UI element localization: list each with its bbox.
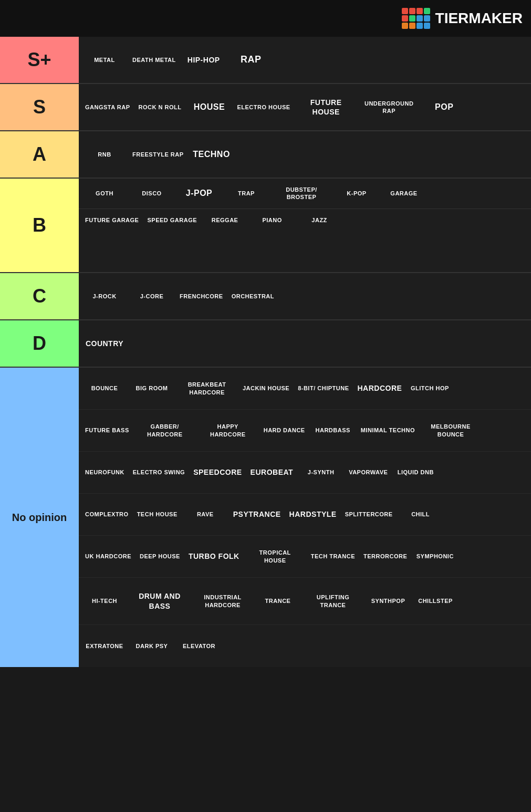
genre-tropical-house: TROPICAL HOUSE [244, 546, 307, 567]
genre-vaporwave: VAPORWAVE [345, 465, 392, 479]
genre-elevator: ELEVATOR [175, 639, 223, 653]
genre-eurobeat: EUROBEAT [246, 464, 298, 480]
genre-chill: CHILL [397, 507, 444, 521]
genre-drum-and-bass: DRUM AND BASS [128, 588, 191, 613]
logo-text: TiERMAKER [435, 10, 523, 27]
genre-trance: TRANCE [254, 594, 301, 608]
genre-terrorcore: TERRORCORE [359, 549, 411, 563]
genre-house: HOUSE [185, 99, 233, 116]
tier-row-s: S GANGSTA RAP ROCK N ROLL HOUSE ELECTRO … [0, 84, 531, 131]
genre-rap: RAP [227, 50, 275, 69]
tier-row-d: D COUNTRY [0, 320, 531, 368]
logo-cell-1 [402, 8, 408, 14]
genre-extratone: EXTRATONE [81, 639, 128, 653]
genre-hardbass: HARDBASS [309, 423, 357, 437]
tier-label-s: S [0, 84, 79, 130]
genre-industrial-hardcore: INDUSTRIAL HARDCORE [191, 590, 254, 612]
logo-grid-icon [402, 8, 430, 29]
no-opinion-row-7: EXTRATONE DARK PSY ELEVATOR [79, 625, 531, 667]
tier-row-b: B GOTH DISCO J-POP TRAP DUBSTEP/ BROSTEP… [0, 179, 531, 273]
genre-gangsta-rap: GANGSTA RAP [81, 100, 134, 114]
genre-electro-house: ELECTRO HOUSE [233, 100, 294, 114]
genre-glitch-hop: GLITCH HOP [406, 381, 453, 395]
genre-uplifting-trance: UPLIFTING TRANCE [301, 590, 365, 612]
tier-b-row2: FUTURE GARAGE SPEED GARAGE REGGAE PIANO … [79, 209, 531, 231]
logo-cell-2 [409, 8, 415, 14]
genre-hi-tech: HI-TECH [81, 594, 128, 608]
genre-hardcore: HARDCORE [353, 380, 406, 396]
genre-kpop: K-POP [333, 186, 380, 200]
tiermaker-logo: TiERMAKER [402, 8, 523, 29]
tier-label-b: B [0, 179, 79, 272]
tier-label-d: D [0, 320, 79, 367]
genre-jcore: J-CORE [128, 289, 175, 303]
genre-pop: POP [421, 99, 468, 116]
logo-cell-8 [424, 15, 430, 22]
genre-complextro: COMPLEXTRO [81, 507, 133, 521]
genre-jackin-house: JACKIN HOUSE [238, 381, 294, 395]
genre-bounce: BOUNCE [81, 381, 128, 395]
genre-melbourne-bounce: MELBOURNE BOUNCE [419, 420, 482, 441]
genre-country: COUNTRY [81, 336, 128, 351]
genre-rave: RAVE [182, 507, 229, 521]
logo-cell-6 [409, 15, 415, 22]
genre-jrock: J-ROCK [81, 289, 128, 303]
genre-big-room: BIG ROOM [128, 381, 175, 395]
genre-frenchcore: FRENCHCORE [175, 289, 227, 303]
genre-jpop: J-POP [175, 185, 223, 202]
no-opinion-row-1: BOUNCE BIG ROOM BREAKBEAT HARDCORE JACKI… [79, 368, 531, 410]
genre-rnb: RNB [81, 148, 128, 161]
genre-8bit-chiptune: 8-BIT/ CHIPTUNE [294, 381, 353, 395]
genre-liquid-dnb: LIQUID DNB [392, 465, 439, 479]
no-opinion-row-3: NEUROFUNK ELECTRO SWING SPEEDCORE EUROBE… [79, 452, 531, 494]
tier-label-splus: S+ [0, 37, 79, 83]
logo-cell-7 [417, 15, 423, 22]
genre-metal: METAL [81, 53, 128, 67]
genre-death-metal: DEATH METAL [128, 53, 180, 67]
no-opinion-row-5: UK HARDCORE DEEP HOUSE TURBO FOLK TROPIC… [79, 536, 531, 578]
genre-goth: GOTH [81, 186, 128, 200]
genre-deep-house: DEEP HOUSE [136, 549, 184, 563]
logo-cell-9 [402, 23, 408, 29]
tier-row-no-opinion: No opinion BOUNCE BIG ROOM BREAKBEAT HAR… [0, 368, 531, 667]
no-opinion-row-4: COMPLEXTRO TECH HOUSE RAVE PSYTRANCE HAR… [79, 494, 531, 536]
tier-label-a: A [0, 131, 79, 178]
genre-future-garage: FUTURE GARAGE [81, 213, 143, 227]
tier-row-c: C J-ROCK J-CORE FRENCHCORE ORCHESTRAL [0, 273, 531, 320]
genre-underground-rap: UNDERGROUND RAP [358, 97, 421, 118]
genre-splittercore: SPLITTERCORE [341, 507, 397, 521]
genre-techno: TECHNO [188, 146, 235, 163]
logo-cell-11 [417, 23, 423, 29]
no-opinion-row-6: HI-TECH DRUM AND BASS INDUSTRIAL HARDCOR… [79, 578, 531, 625]
genre-chillstep: CHILLSTEP [412, 594, 459, 608]
genre-tech-trance: TECH TRANCE [307, 549, 359, 563]
tier-content-c: J-ROCK J-CORE FRENCHCORE ORCHESTRAL [79, 273, 531, 319]
genre-electro-swing: ELECTRO SWING [129, 465, 189, 479]
tier-label-no-opinion: No opinion [0, 368, 79, 667]
genre-hiphop: HIP-HOP [180, 52, 227, 68]
genre-freestyle-rap: FREESTYLE RAP [128, 148, 188, 161]
tier-content-no-opinion: BOUNCE BIG ROOM BREAKBEAT HARDCORE JACKI… [79, 368, 531, 667]
genre-speed-garage: SPEED GARAGE [143, 213, 201, 227]
logo-cell-5 [402, 15, 408, 22]
genre-happy-hardcore: HAPPY HARDCORE [196, 420, 259, 441]
genre-psytrance: PSYTRANCE [229, 506, 285, 522]
genre-dubstep: DUBSTEP/ BROSTEP [270, 183, 333, 204]
logo-cell-4 [424, 8, 430, 14]
tier-row-a: A RNB FREESTYLE RAP TECHNO [0, 131, 531, 179]
genre-symphonic: SYMPHONIC [411, 549, 459, 563]
genre-gabber-hardcore: GABBER/ HARDCORE [133, 420, 196, 441]
tier-content-d: COUNTRY [79, 320, 531, 367]
genre-uk-hardcore: UK HARDCORE [81, 549, 136, 563]
genre-disco: DISCO [128, 186, 175, 200]
genre-hard-dance: HARD DANCE [259, 423, 309, 437]
genre-synthpop: SYNTHPOP [365, 594, 412, 608]
genre-neurofunk: NEUROFUNK [81, 465, 129, 479]
tier-content-splus: METAL DEATH METAL HIP-HOP RAP [79, 37, 531, 83]
genre-turbo-folk: TURBO FOLK [184, 548, 244, 564]
genre-rock-n-roll: ROCK N ROLL [134, 100, 186, 114]
genre-trap: TRAP [223, 186, 270, 200]
genre-hardstyle: HARDSTYLE [285, 506, 341, 522]
no-opinion-row-2: FUTURE BASS GABBER/ HARDCORE HAPPY HARDC… [79, 410, 531, 452]
genre-piano: PIANO [248, 213, 296, 227]
